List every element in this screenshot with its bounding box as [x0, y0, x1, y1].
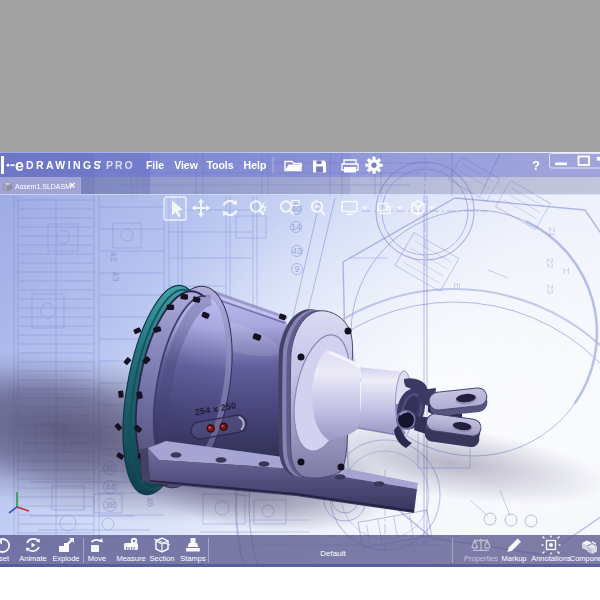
svg-text:set: set: [0, 554, 10, 563]
svg-text:21: 21: [547, 227, 557, 237]
svg-text:Section: Section: [149, 554, 174, 563]
svg-text:9: 9: [294, 264, 299, 274]
svg-text:?: ?: [532, 158, 540, 173]
svg-text:43: 43: [110, 271, 121, 282]
svg-text:Assem1.SLDASM: Assem1.SLDASM: [15, 183, 71, 190]
svg-text:Components: Components: [570, 554, 600, 563]
svg-text:Annotations: Annotations: [531, 554, 571, 563]
svg-text:Markup: Markup: [501, 554, 526, 563]
svg-text:Default: Default: [320, 549, 346, 558]
svg-text:23: 23: [545, 284, 555, 294]
svg-text:View: View: [174, 159, 199, 171]
svg-text:Animate: Animate: [19, 554, 47, 563]
svg-text:Explode: Explode: [52, 554, 79, 563]
svg-text:e: e: [15, 157, 24, 174]
svg-text:E: E: [452, 283, 462, 289]
svg-text:Stamps: Stamps: [180, 554, 206, 563]
svg-text:22: 22: [545, 258, 555, 268]
svg-text:PRO: PRO: [106, 159, 135, 171]
svg-text:DRAWINGS: DRAWINGS: [26, 159, 103, 171]
svg-text:File: File: [146, 159, 164, 171]
svg-text:Move: Move: [88, 554, 106, 563]
svg-text:Measure: Measure: [116, 554, 145, 563]
svg-text:Tools: Tools: [206, 159, 233, 171]
svg-text:43: 43: [292, 246, 302, 256]
svg-text:H: H: [563, 266, 570, 276]
svg-text:Properties: Properties: [464, 554, 498, 563]
svg-text:42: 42: [108, 251, 119, 262]
svg-text:14: 14: [291, 222, 301, 232]
svg-text:Help: Help: [244, 159, 267, 171]
